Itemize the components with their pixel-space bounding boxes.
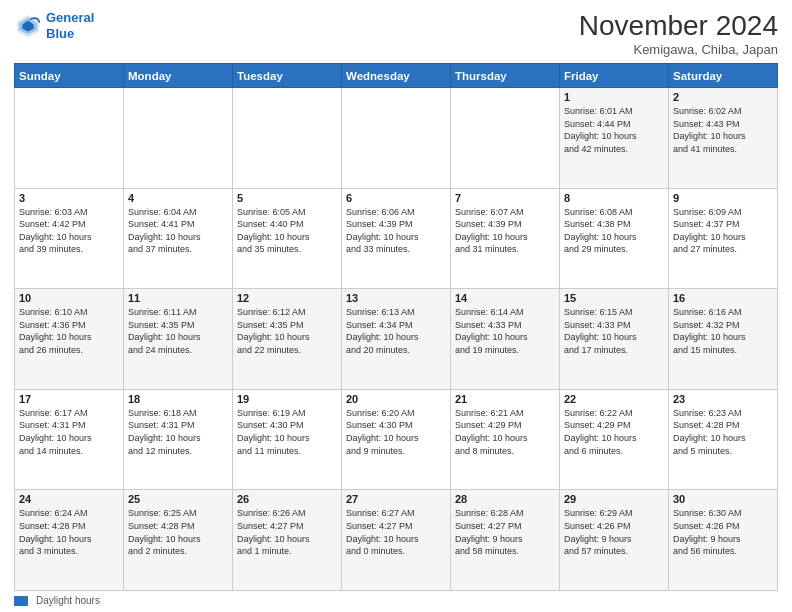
day-info: Sunrise: 6:10 AM Sunset: 4:36 PM Dayligh… <box>19 306 119 356</box>
calendar-cell: 3Sunrise: 6:03 AM Sunset: 4:42 PM Daylig… <box>15 188 124 289</box>
calendar-header-friday: Friday <box>560 64 669 88</box>
day-number: 21 <box>455 393 555 405</box>
calendar-cell: 18Sunrise: 6:18 AM Sunset: 4:31 PM Dayli… <box>124 389 233 490</box>
day-info: Sunrise: 6:27 AM Sunset: 4:27 PM Dayligh… <box>346 507 446 557</box>
day-info: Sunrise: 6:23 AM Sunset: 4:28 PM Dayligh… <box>673 407 773 457</box>
day-number: 12 <box>237 292 337 304</box>
logo-line2: Blue <box>46 26 94 42</box>
calendar-cell: 27Sunrise: 6:27 AM Sunset: 4:27 PM Dayli… <box>342 490 451 591</box>
day-info: Sunrise: 6:12 AM Sunset: 4:35 PM Dayligh… <box>237 306 337 356</box>
day-number: 8 <box>564 192 664 204</box>
calendar-header-sunday: Sunday <box>15 64 124 88</box>
calendar-cell: 20Sunrise: 6:20 AM Sunset: 4:30 PM Dayli… <box>342 389 451 490</box>
day-number: 9 <box>673 192 773 204</box>
calendar-cell: 26Sunrise: 6:26 AM Sunset: 4:27 PM Dayli… <box>233 490 342 591</box>
day-number: 25 <box>128 493 228 505</box>
calendar-cell: 10Sunrise: 6:10 AM Sunset: 4:36 PM Dayli… <box>15 289 124 390</box>
day-number: 24 <box>19 493 119 505</box>
day-number: 14 <box>455 292 555 304</box>
day-info: Sunrise: 6:14 AM Sunset: 4:33 PM Dayligh… <box>455 306 555 356</box>
day-info: Sunrise: 6:28 AM Sunset: 4:27 PM Dayligh… <box>455 507 555 557</box>
day-info: Sunrise: 6:13 AM Sunset: 4:34 PM Dayligh… <box>346 306 446 356</box>
day-info: Sunrise: 6:01 AM Sunset: 4:44 PM Dayligh… <box>564 105 664 155</box>
day-info: Sunrise: 6:04 AM Sunset: 4:41 PM Dayligh… <box>128 206 228 256</box>
day-number: 1 <box>564 91 664 103</box>
day-info: Sunrise: 6:16 AM Sunset: 4:32 PM Dayligh… <box>673 306 773 356</box>
calendar-cell: 17Sunrise: 6:17 AM Sunset: 4:31 PM Dayli… <box>15 389 124 490</box>
calendar-cell: 13Sunrise: 6:13 AM Sunset: 4:34 PM Dayli… <box>342 289 451 390</box>
day-info: Sunrise: 6:20 AM Sunset: 4:30 PM Dayligh… <box>346 407 446 457</box>
calendar-cell <box>342 88 451 189</box>
calendar-week-row: 24Sunrise: 6:24 AM Sunset: 4:28 PM Dayli… <box>15 490 778 591</box>
day-number: 13 <box>346 292 446 304</box>
day-number: 29 <box>564 493 664 505</box>
day-number: 17 <box>19 393 119 405</box>
calendar-header-row: SundayMondayTuesdayWednesdayThursdayFrid… <box>15 64 778 88</box>
calendar-header-saturday: Saturday <box>669 64 778 88</box>
page-container: General Blue November 2024 Kemigawa, Chi… <box>0 0 792 612</box>
calendar-cell: 30Sunrise: 6:30 AM Sunset: 4:26 PM Dayli… <box>669 490 778 591</box>
calendar-cell: 29Sunrise: 6:29 AM Sunset: 4:26 PM Dayli… <box>560 490 669 591</box>
day-number: 5 <box>237 192 337 204</box>
day-info: Sunrise: 6:21 AM Sunset: 4:29 PM Dayligh… <box>455 407 555 457</box>
day-number: 30 <box>673 493 773 505</box>
calendar-cell: 12Sunrise: 6:12 AM Sunset: 4:35 PM Dayli… <box>233 289 342 390</box>
day-info: Sunrise: 6:17 AM Sunset: 4:31 PM Dayligh… <box>19 407 119 457</box>
day-info: Sunrise: 6:15 AM Sunset: 4:33 PM Dayligh… <box>564 306 664 356</box>
calendar-week-row: 10Sunrise: 6:10 AM Sunset: 4:36 PM Dayli… <box>15 289 778 390</box>
calendar-cell: 21Sunrise: 6:21 AM Sunset: 4:29 PM Dayli… <box>451 389 560 490</box>
calendar-cell: 16Sunrise: 6:16 AM Sunset: 4:32 PM Dayli… <box>669 289 778 390</box>
legend-label: Daylight hours <box>36 595 100 606</box>
day-number: 19 <box>237 393 337 405</box>
calendar-header-monday: Monday <box>124 64 233 88</box>
calendar-header-wednesday: Wednesday <box>342 64 451 88</box>
calendar-cell: 9Sunrise: 6:09 AM Sunset: 4:37 PM Daylig… <box>669 188 778 289</box>
logo-icon <box>14 12 42 40</box>
day-info: Sunrise: 6:02 AM Sunset: 4:43 PM Dayligh… <box>673 105 773 155</box>
day-info: Sunrise: 6:11 AM Sunset: 4:35 PM Dayligh… <box>128 306 228 356</box>
day-number: 23 <box>673 393 773 405</box>
day-number: 7 <box>455 192 555 204</box>
location: Kemigawa, Chiba, Japan <box>579 42 778 57</box>
calendar-cell: 23Sunrise: 6:23 AM Sunset: 4:28 PM Dayli… <box>669 389 778 490</box>
calendar-cell: 14Sunrise: 6:14 AM Sunset: 4:33 PM Dayli… <box>451 289 560 390</box>
day-number: 15 <box>564 292 664 304</box>
header: General Blue November 2024 Kemigawa, Chi… <box>14 10 778 57</box>
day-info: Sunrise: 6:25 AM Sunset: 4:28 PM Dayligh… <box>128 507 228 557</box>
month-title: November 2024 <box>579 10 778 42</box>
calendar-week-row: 3Sunrise: 6:03 AM Sunset: 4:42 PM Daylig… <box>15 188 778 289</box>
calendar-week-row: 1Sunrise: 6:01 AM Sunset: 4:44 PM Daylig… <box>15 88 778 189</box>
day-info: Sunrise: 6:08 AM Sunset: 4:38 PM Dayligh… <box>564 206 664 256</box>
day-info: Sunrise: 6:07 AM Sunset: 4:39 PM Dayligh… <box>455 206 555 256</box>
day-number: 6 <box>346 192 446 204</box>
day-number: 27 <box>346 493 446 505</box>
day-number: 20 <box>346 393 446 405</box>
day-number: 18 <box>128 393 228 405</box>
day-number: 11 <box>128 292 228 304</box>
day-number: 16 <box>673 292 773 304</box>
day-number: 28 <box>455 493 555 505</box>
day-info: Sunrise: 6:06 AM Sunset: 4:39 PM Dayligh… <box>346 206 446 256</box>
day-info: Sunrise: 6:22 AM Sunset: 4:29 PM Dayligh… <box>564 407 664 457</box>
calendar-header-tuesday: Tuesday <box>233 64 342 88</box>
calendar-cell <box>233 88 342 189</box>
calendar-cell: 22Sunrise: 6:22 AM Sunset: 4:29 PM Dayli… <box>560 389 669 490</box>
day-number: 3 <box>19 192 119 204</box>
day-info: Sunrise: 6:03 AM Sunset: 4:42 PM Dayligh… <box>19 206 119 256</box>
calendar-cell <box>451 88 560 189</box>
calendar-cell: 1Sunrise: 6:01 AM Sunset: 4:44 PM Daylig… <box>560 88 669 189</box>
title-block: November 2024 Kemigawa, Chiba, Japan <box>579 10 778 57</box>
calendar-cell: 4Sunrise: 6:04 AM Sunset: 4:41 PM Daylig… <box>124 188 233 289</box>
day-info: Sunrise: 6:30 AM Sunset: 4:26 PM Dayligh… <box>673 507 773 557</box>
calendar-cell: 6Sunrise: 6:06 AM Sunset: 4:39 PM Daylig… <box>342 188 451 289</box>
calendar-week-row: 17Sunrise: 6:17 AM Sunset: 4:31 PM Dayli… <box>15 389 778 490</box>
day-number: 22 <box>564 393 664 405</box>
day-info: Sunrise: 6:26 AM Sunset: 4:27 PM Dayligh… <box>237 507 337 557</box>
calendar-cell: 2Sunrise: 6:02 AM Sunset: 4:43 PM Daylig… <box>669 88 778 189</box>
calendar-cell: 7Sunrise: 6:07 AM Sunset: 4:39 PM Daylig… <box>451 188 560 289</box>
calendar-cell: 8Sunrise: 6:08 AM Sunset: 4:38 PM Daylig… <box>560 188 669 289</box>
day-number: 10 <box>19 292 119 304</box>
calendar-cell <box>124 88 233 189</box>
calendar-cell: 5Sunrise: 6:05 AM Sunset: 4:40 PM Daylig… <box>233 188 342 289</box>
calendar-header-thursday: Thursday <box>451 64 560 88</box>
